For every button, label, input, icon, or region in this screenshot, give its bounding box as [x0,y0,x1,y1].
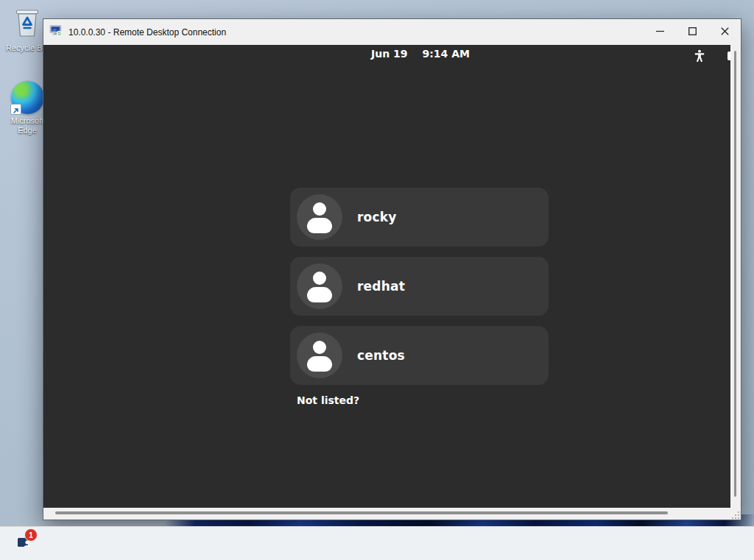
minimize-icon [656,26,664,38]
maximize-icon [688,26,697,38]
rdp-window: 10.0.0.30 - Remote Desktop Connection Ju… [43,18,741,520]
window-controls [644,19,741,45]
shortcut-arrow-icon [10,104,21,115]
horizontal-scrollbar-thumb[interactable] [55,511,668,514]
close-icon [721,26,729,38]
vertical-scrollbar[interactable] [730,45,741,508]
gnome-date: Jun 19 [371,48,408,60]
gnome-time: 9:14 AM [423,48,470,60]
vertical-scrollbar-thumb[interactable] [734,51,736,497]
edge-icon [11,81,44,114]
horizontal-scrollbar[interactable] [43,508,741,519]
user-name: redhat [357,257,405,316]
user-avatar-icon [297,263,342,309]
rdp-titlebar[interactable]: 10.0.0.30 - Remote Desktop Connection [43,19,741,45]
resize-grip-icon[interactable] [731,509,740,522]
gnome-clock: Jun 19 9:14 AM [332,48,509,60]
user-avatar-icon [297,194,342,240]
not-listed-link[interactable]: Not listed? [297,394,359,406]
recycle-bin-icon [11,28,43,40]
user-name: rocky [357,188,397,247]
accessibility-icon[interactable] [693,49,706,63]
window-title: 10.0.0.30 - Remote Desktop Connection [68,27,226,38]
close-button[interactable] [708,19,741,45]
user-item-rocky[interactable]: rocky [290,188,549,247]
minimize-button[interactable] [644,19,676,45]
notification-badge: 1 [24,528,38,542]
user-name: centos [357,326,405,385]
user-item-redhat[interactable]: redhat [290,257,549,316]
user-item-centos[interactable]: centos [290,326,549,385]
user-avatar-icon [297,333,342,378]
rdp-app-icon [49,24,63,40]
notification-app-button[interactable]: 1 [15,534,35,554]
taskbar: 1 Search [0,526,754,560]
maximize-button[interactable] [676,19,708,45]
gnome-login-screen: Jun 19 9:14 AM rocky redhat centos [43,45,730,508]
screen: Recycle Bin Microsoft Edge [0,0,754,560]
